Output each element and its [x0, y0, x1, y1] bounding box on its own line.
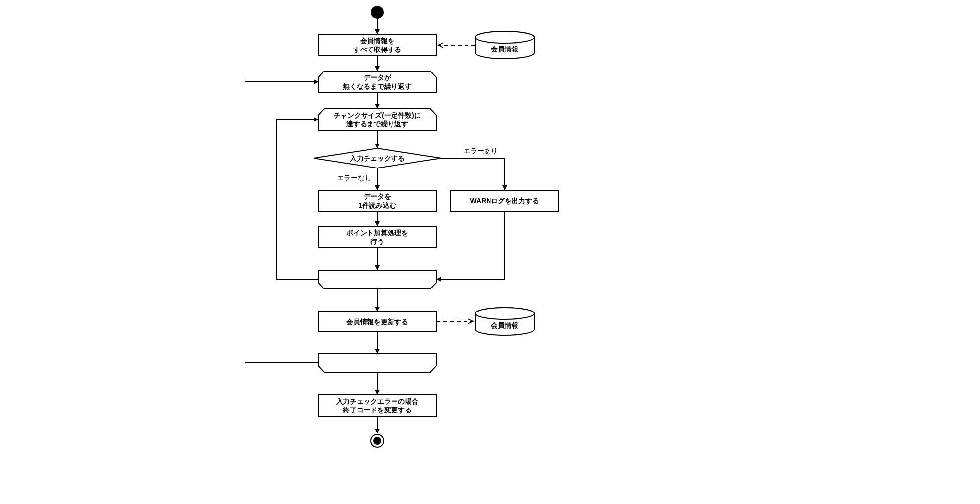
loop-outer-end: [318, 354, 436, 372]
label-error-yes: エラーあり: [464, 147, 498, 155]
db-label-1: 会員情報: [490, 45, 519, 53]
text-fetch-all-1: 会員情報を: [360, 37, 394, 45]
loop-inner-end: [318, 270, 436, 289]
text-read-1: データを: [364, 192, 391, 200]
edge-inner-loop-back: [277, 120, 318, 279]
label-error-no: エラーなし: [337, 174, 371, 182]
svg-point-1: [475, 31, 534, 43]
text-final-2: 終了コードを変更する: [343, 406, 412, 414]
start-node: [371, 6, 384, 19]
text-final-1: 入力チェックエラーの場合: [336, 397, 418, 405]
edge-error-branch: [441, 158, 505, 190]
text-decision: 入力チェックする: [349, 154, 405, 162]
text-update: 会員情報を更新する: [346, 318, 408, 326]
text-points-1: ポイント加算処理を: [346, 229, 408, 237]
flowchart-diagram: 会員情報を すべて取得する 会員情報 データが 無くなるまで繰り返す チャンクサ…: [0, 0, 980, 504]
edge-outer-loop-back: [245, 82, 318, 362]
text-loop-inner-1: チャンクサイズ(一定件数)に: [334, 111, 420, 119]
text-read-2: 1件読み込む: [358, 201, 396, 209]
text-loop-inner-2: 達するまで繰り返す: [346, 120, 408, 128]
text-points-2: 行う: [370, 238, 384, 246]
svg-point-3: [475, 308, 534, 319]
text-fetch-all-2: すべて取得する: [353, 46, 401, 53]
end-node-inner: [373, 437, 381, 445]
db-cylinder-2: 会員情報: [475, 308, 534, 335]
db-label-2: 会員情報: [490, 321, 519, 329]
text-loop-outer-1: データが: [364, 73, 392, 81]
text-warn: WARNログを出力する: [470, 197, 539, 205]
db-cylinder-1: 会員情報: [475, 31, 534, 59]
edge-warn-to-loopend: [436, 212, 505, 279]
text-loop-outer-2: 無くなるまで繰り返す: [343, 82, 412, 90]
